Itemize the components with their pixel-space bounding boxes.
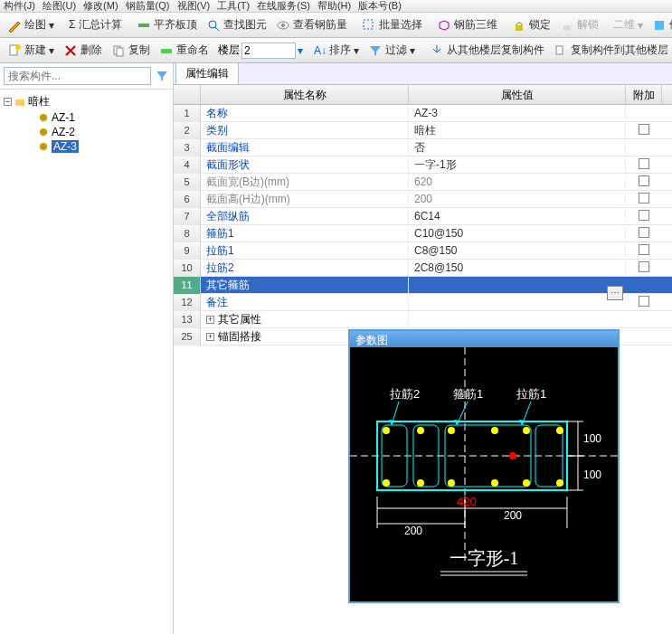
property-value[interactable]: 否 [409,140,626,156]
extra-cell[interactable] [626,227,662,241]
extra-cell[interactable] [626,296,662,309]
collapse-icon[interactable]: − [4,98,12,106]
tree-item-az3[interactable]: AZ-3 [0,139,173,154]
copy-from-other-button[interactable]: 从其他楼层复制构件 [426,41,548,60]
top-view-button[interactable]: 俯视 [648,15,672,34]
copy-button[interactable]: 复制 [108,41,154,60]
gear-icon [38,112,49,123]
sort-button[interactable]: A↓排序 ▾ [310,41,363,60]
property-value[interactable]: 暗柱 [409,123,626,138]
property-row[interactable]: 13+其它属性 [174,311,672,328]
menu-rebar[interactable]: 钢筋量(Q) [126,0,170,13]
menu-draw[interactable]: 绘图(U) [43,0,76,13]
floor-select[interactable] [241,43,296,59]
copy-to-other-button[interactable]: 复制构件到其他楼层 [550,41,672,60]
property-row[interactable]: 2类别暗柱 [174,122,672,139]
menu-help[interactable]: 帮助(H) [317,0,351,13]
svg-rect-13 [161,49,172,53]
delete-button[interactable]: 删除 [60,41,106,60]
more-button[interactable]: ⋯ [607,286,623,300]
svg-point-38 [556,479,563,487]
find-element-button[interactable]: 查找图元 [203,15,270,34]
property-row[interactable]: 7全部纵筋6C14 [174,208,672,225]
row-number: 8 [174,225,201,242]
property-value[interactable]: 6C14 [409,210,626,222]
property-row[interactable]: 3截面编辑否 [174,139,672,156]
extra-cell[interactable] [626,210,662,223]
property-row[interactable]: 9拉筋1C8@150 [174,242,672,260]
folder-icon [14,97,25,108]
floor-dropdown-icon[interactable]: ▾ [298,44,303,57]
tree-root[interactable]: − 暗柱 [0,93,173,110]
lock-button[interactable]: 锁定 [508,15,554,34]
new-button[interactable]: 新建 ▾ [4,41,58,60]
menu-online[interactable]: 在线服务(S) [257,0,310,13]
batch-select-button[interactable]: 批量选择 [358,15,426,34]
svg-point-37 [556,427,563,434]
property-row[interactable]: 6截面高(H边)(mm)200 [174,191,672,208]
menu-version[interactable]: 版本号(B) [358,0,402,13]
filter-button[interactable]: 过滤 ▾ [364,41,419,60]
rename-button[interactable]: 重命名 [156,41,213,60]
unlock-button[interactable]: 解锁 [556,15,602,34]
extra-cell[interactable] [626,261,662,275]
extra-cell[interactable] [626,158,662,172]
checkbox[interactable] [639,193,649,203]
property-value[interactable]: 一字-1形 [409,157,626,173]
checkbox[interactable] [639,296,649,307]
view-rebar-button[interactable]: 查看钢筋量 [272,15,351,34]
checkbox[interactable] [639,158,649,169]
menu-component[interactable]: 构件(J) [4,0,35,13]
expand-icon[interactable]: + [206,316,214,324]
component-tree: − 暗柱 AZ-1 AZ-2 AZ-3 [0,90,173,157]
menu-view[interactable]: 视图(V) [177,0,211,13]
flat-slab-button[interactable]: 平齐板顶 [133,15,201,34]
extra-cell[interactable] [626,124,662,137]
checkbox[interactable] [639,261,649,272]
checkbox[interactable] [639,227,649,238]
property-row[interactable]: 4截面形状一字-1形 [174,156,672,174]
unlock-icon [560,18,574,33]
tree-item-az2[interactable]: AZ-2 [0,125,173,139]
property-row[interactable]: 12备注 [174,294,672,311]
extra-cell[interactable] [626,193,662,206]
svg-point-26 [383,427,390,434]
row-number: 3 [174,139,201,156]
tab-property-edit[interactable]: 属性编辑 [175,62,239,84]
property-value[interactable]: C10@150 [409,227,626,240]
extra-cell[interactable] [626,244,662,258]
property-value[interactable]: 200 [409,193,626,205]
funnel-icon[interactable] [155,69,169,83]
property-row[interactable]: 5截面宽(B边)(mm)620 [174,174,672,191]
two-d-button[interactable]: 二维 ▾ [610,15,647,34]
menu-modify[interactable]: 修改(M) [83,0,118,13]
gear-icon [38,127,49,137]
property-row[interactable]: 8箍筋1C10@150 [174,225,672,242]
row-number: 5 [174,174,201,191]
checkbox[interactable] [639,124,649,135]
svg-point-17 [40,128,47,136]
expand-icon[interactable]: + [206,333,214,341]
delete-icon [63,43,78,58]
property-row[interactable]: 1名称AZ-3 [174,105,672,122]
property-row[interactable]: 11其它箍筋⋯ [174,277,672,294]
tree-panel: − 暗柱 AZ-1 AZ-2 AZ-3 [0,63,174,634]
svg-text:箍筋1: 箍筋1 [453,387,483,401]
menu-tools[interactable]: 工具(T) [217,0,250,13]
property-value[interactable]: 2C8@150 [409,261,626,274]
property-value[interactable]: 620 [409,175,626,188]
svg-rect-7 [563,25,571,31]
svg-point-31 [448,479,455,487]
checkbox[interactable] [639,175,649,186]
extra-cell[interactable] [626,175,662,189]
rebar-3d-button[interactable]: 钢筋三维 [433,15,501,34]
property-row[interactable]: 10拉筋22C8@150 [174,260,672,277]
property-value[interactable]: AZ-3 [409,107,626,119]
tree-item-az1[interactable]: AZ-1 [0,110,173,125]
checkbox[interactable] [639,244,649,255]
search-input[interactable] [4,67,151,85]
sum-button[interactable]: Σ 汇总计算 [65,15,126,34]
checkbox[interactable] [639,210,649,221]
draw-button[interactable]: 绘图 ▾ [4,15,58,34]
property-value[interactable]: C8@150 [409,244,626,257]
